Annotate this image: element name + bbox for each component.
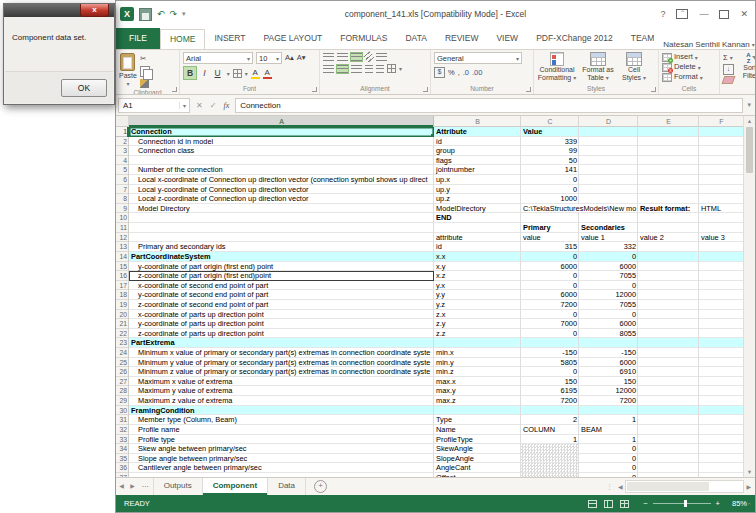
cell-A21[interactable]: y-coordinate of parts up direction point xyxy=(129,319,434,329)
vertical-scrollbar[interactable]: ▲ ▼ xyxy=(743,116,755,477)
cell-B35[interactable]: SlopeAngle xyxy=(434,454,521,464)
tab-data[interactable]: DATA xyxy=(396,28,435,49)
redo-icon[interactable]: ↷ xyxy=(170,7,178,21)
normal-view-icon[interactable] xyxy=(588,500,597,508)
select-all-corner[interactable] xyxy=(116,116,129,127)
cell-E32[interactable] xyxy=(638,425,699,435)
cell-E33[interactable] xyxy=(638,435,699,445)
tab-pdf-xchange-2012[interactable]: PDF-XChange 2012 xyxy=(527,28,622,49)
zoom-slider[interactable] xyxy=(684,500,687,507)
cell-F18[interactable] xyxy=(699,290,744,300)
cell-D19[interactable]: 7055 xyxy=(579,300,638,310)
percent-style-icon[interactable]: % xyxy=(448,68,455,78)
cell-B31[interactable]: Type xyxy=(434,415,521,425)
cell-E27[interactable] xyxy=(638,377,699,387)
row-header-33[interactable]: 33 xyxy=(116,435,129,445)
cell-B16[interactable]: x.z xyxy=(434,271,521,281)
cell-B32[interactable]: Name xyxy=(434,425,521,435)
cell-E3[interactable] xyxy=(638,146,699,156)
cell-B2[interactable]: id xyxy=(434,137,521,147)
cell-F1[interactable] xyxy=(699,127,744,137)
vertical-scroll-thumb[interactable] xyxy=(746,127,753,173)
cell-B27[interactable]: max.x xyxy=(434,377,521,387)
cell-B28[interactable]: max.y xyxy=(434,386,521,396)
cell-C26[interactable]: 0 xyxy=(521,367,579,377)
cell-A32[interactable]: Profile name xyxy=(129,425,434,435)
cell-B13[interactable]: id xyxy=(434,242,521,252)
cell-A29[interactable]: Maximum z value of extrema xyxy=(129,396,434,406)
cancel-icon[interactable]: ✕ xyxy=(196,101,203,110)
cell-B8[interactable]: up.z xyxy=(434,194,521,204)
cell-D32[interactable]: BEAM xyxy=(579,425,638,435)
underline-button[interactable]: U xyxy=(212,67,224,79)
cell-D5[interactable] xyxy=(579,165,638,175)
copy-icon[interactable] xyxy=(140,66,150,77)
cell-B33[interactable]: ProfileType xyxy=(434,435,521,445)
row-header-20[interactable]: 20 xyxy=(116,310,129,320)
cell-D26[interactable]: 6910 xyxy=(579,367,638,377)
cell-A12[interactable] xyxy=(129,233,434,243)
cell-F7[interactable] xyxy=(699,185,744,195)
undo-icon[interactable]: ↶ xyxy=(157,7,165,21)
excel-logo-icon[interactable]: X xyxy=(120,7,134,21)
font-name-select[interactable]: Arial▾ xyxy=(183,52,253,64)
sheet-nav-right-icon[interactable]: ▶ xyxy=(127,478,138,495)
cell-E31[interactable] xyxy=(638,415,699,425)
ribbon-display-options-icon[interactable]: ⌃ xyxy=(676,9,688,19)
cell-D1[interactable] xyxy=(579,127,638,137)
row-header-4[interactable]: 4 xyxy=(116,156,129,166)
cell-D3[interactable] xyxy=(579,146,638,156)
row-header-28[interactable]: 28 xyxy=(116,386,129,396)
cell-B25[interactable]: min.y xyxy=(434,358,521,368)
borders-icon[interactable] xyxy=(233,69,242,78)
cell-C4[interactable]: 50 xyxy=(521,156,579,166)
cell-styles-button[interactable]: Cell Styles ▾ xyxy=(619,52,649,82)
align-right-icon[interactable] xyxy=(351,65,362,73)
sheet-tab-data[interactable]: Data xyxy=(268,478,306,495)
cell-E5[interactable] xyxy=(638,165,699,175)
tab-insert[interactable]: INSERT xyxy=(205,28,254,49)
row-header-31[interactable]: 31 xyxy=(116,415,129,425)
sort-filter-button[interactable]: AZ Sort & Filter ▾ xyxy=(737,52,755,80)
cell-D35[interactable]: 0 xyxy=(579,454,638,464)
cell-F28[interactable] xyxy=(699,386,744,396)
cell-A27[interactable]: Maximum x value of extrema xyxy=(129,377,434,387)
qat-customize-icon[interactable]: ▾ xyxy=(182,10,186,18)
cell-A5[interactable]: Number of the connection xyxy=(129,165,434,175)
tab-team[interactable]: TEAM xyxy=(622,28,664,49)
cell-F27[interactable] xyxy=(699,377,744,387)
cell-E24[interactable] xyxy=(638,348,699,358)
cell-E36[interactable] xyxy=(638,463,699,473)
user-account[interactable]: Natesan Senthil Kannan ▾ xyxy=(663,40,756,49)
cell-E19[interactable] xyxy=(638,300,699,310)
cell-E21[interactable] xyxy=(638,319,699,329)
cell-D8[interactable] xyxy=(579,194,638,204)
ok-button[interactable]: OK xyxy=(61,79,107,97)
cell-F5[interactable] xyxy=(699,165,744,175)
cell-A30[interactable]: FramingCondition xyxy=(129,406,434,416)
align-middle-icon[interactable] xyxy=(337,53,348,61)
format-cells-button[interactable]: Format xyxy=(674,72,698,82)
cell-C23[interactable] xyxy=(521,338,579,348)
cell-C11[interactable]: Primary xyxy=(521,223,579,233)
cell-E10[interactable] xyxy=(638,213,699,223)
cell-E15[interactable] xyxy=(638,262,699,272)
row-header-6[interactable]: 6 xyxy=(116,175,129,185)
cell-C20[interactable]: 0 xyxy=(521,310,579,320)
cell-C21[interactable]: 7000 xyxy=(521,319,579,329)
cell-B12[interactable]: attribute xyxy=(434,233,521,243)
row-header-13[interactable]: 13 xyxy=(116,242,129,252)
cell-D23[interactable] xyxy=(579,338,638,348)
borders-dropdown-icon[interactable]: ▾ xyxy=(245,70,248,77)
cell-D12[interactable]: value 1 xyxy=(579,233,638,243)
cell-E35[interactable] xyxy=(638,454,699,464)
cell-D10[interactable] xyxy=(579,213,638,223)
cell-C3[interactable]: 99 xyxy=(521,146,579,156)
row-header-3[interactable]: 3 xyxy=(116,146,129,156)
cell-E20[interactable] xyxy=(638,310,699,320)
number-format-select[interactable]: General▾ xyxy=(434,52,522,64)
cell-E16[interactable] xyxy=(638,271,699,281)
decrease-decimal-icon[interactable]: .00 xyxy=(472,68,482,78)
cell-A14[interactable]: PartCoordinateSystem xyxy=(129,252,434,262)
cell-D37[interactable]: 0 xyxy=(579,473,638,477)
